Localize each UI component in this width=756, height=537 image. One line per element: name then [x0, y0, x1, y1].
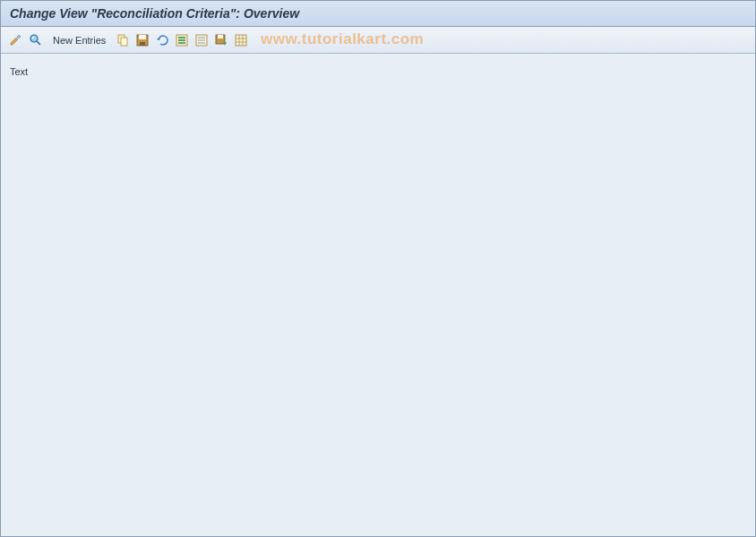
svg-point-0 — [30, 35, 38, 42]
svg-line-1 — [37, 41, 40, 45]
svg-rect-10 — [178, 39, 185, 41]
svg-rect-7 — [140, 42, 145, 46]
column-header-text: Text — [10, 66, 28, 77]
find-icon[interactable] — [28, 32, 44, 48]
table-view-icon[interactable] — [233, 32, 249, 48]
save-icon[interactable] — [134, 32, 150, 48]
transport-save-icon[interactable] — [213, 32, 229, 48]
undo-icon[interactable] — [154, 32, 170, 48]
toolbar: New Entries — [1, 27, 755, 54]
content-area: Text — [1, 54, 755, 537]
page-title: Change View "Reconciliation Criteria": O… — [10, 6, 299, 21]
svg-rect-17 — [218, 35, 223, 38]
toggle-edit-icon[interactable] — [8, 32, 24, 48]
svg-rect-9 — [178, 37, 185, 38]
window-title-bar: Change View "Reconciliation Criteria": O… — [1, 1, 755, 27]
svg-rect-6 — [139, 35, 146, 39]
deselect-all-icon[interactable] — [193, 32, 210, 48]
svg-rect-13 — [198, 37, 205, 38]
copy-icon[interactable] — [115, 32, 131, 48]
svg-rect-4 — [121, 38, 127, 46]
watermark-text: www.tutorialkart.com — [261, 30, 424, 48]
svg-point-2 — [32, 36, 34, 38]
svg-rect-14 — [198, 39, 205, 41]
svg-rect-18 — [236, 35, 246, 46]
svg-rect-11 — [178, 42, 185, 44]
svg-rect-15 — [198, 42, 205, 44]
select-all-icon[interactable] — [174, 32, 190, 48]
new-entries-button[interactable]: New Entries — [47, 35, 111, 46]
